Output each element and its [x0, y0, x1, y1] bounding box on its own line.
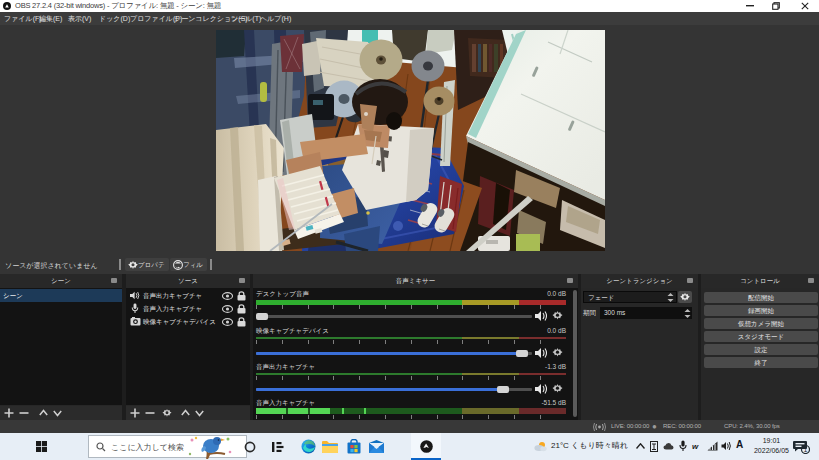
svg-text:1: 1	[804, 446, 808, 453]
